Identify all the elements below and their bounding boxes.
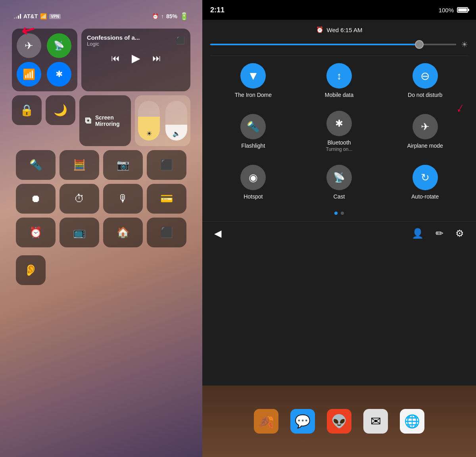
focus-mode-button[interactable]: ⏺ — [16, 184, 56, 214]
calculator-icon: 🧮 — [73, 159, 86, 171]
hotspot-qs-label: Hotspot — [244, 193, 263, 200]
iron-dome-icon: ▼ — [247, 69, 259, 83]
flashlight-qs-icon: 🔦 — [247, 121, 259, 133]
music-header: Confessions of a... Logic ⬛ — [87, 34, 185, 47]
waveform-icon: 🎙 — [118, 193, 128, 205]
tile-bluetooth[interactable]: ✱ Bluetooth Turning on... — [296, 104, 382, 158]
ios-status-right: ⏰ ↑ 85% 🔋 — [152, 12, 188, 21]
remote-button[interactable]: 📺 — [60, 218, 99, 247]
moon-icon: 🌙 — [54, 104, 67, 117]
volume-slider[interactable]: 🔈 — [165, 101, 187, 141]
qs-bottom-bar: ◀ 👤 ✏ ⚙ — [202, 221, 476, 245]
wifi-icon: 📶 — [23, 68, 35, 81]
bluetooth-qs-label: Bluetooth — [327, 139, 351, 146]
page-dots — [202, 205, 476, 221]
home-app-messages[interactable]: 💬 — [290, 409, 315, 434]
home-app-reddit[interactable]: 👽 — [327, 409, 351, 434]
airplane-qs-circle: ✈ — [413, 114, 438, 139]
chrome-app-icon: 🌐 — [404, 414, 420, 429]
camera-button[interactable]: 📷 — [103, 150, 143, 180]
feather-app-icon: 🍂 — [258, 414, 274, 429]
music-controls: ⏮ ▶ ⏭ — [87, 52, 185, 65]
wifi-button[interactable]: 📶 — [17, 62, 41, 87]
remote-icon: 📺 — [73, 226, 86, 239]
rotation-lock-button[interactable]: 🔒 — [12, 95, 42, 125]
qr-code-button[interactable]: ⬛ — [147, 218, 186, 247]
voice-memo-button[interactable]: 🎙 — [103, 184, 143, 214]
auto-rotate-icon: ↻ — [421, 172, 430, 184]
home-button-cc[interactable]: 🏠 — [103, 218, 143, 247]
airplane-qs-icon: ✈ — [421, 121, 430, 133]
ios-wifi-icon: 📶 — [40, 13, 47, 19]
ios-status-left: AT&T 📶 VPN — [14, 13, 61, 19]
rewind-button[interactable]: ⏮ — [111, 53, 120, 64]
brightness-sun-icon: ☀ — [461, 40, 468, 49]
hotspot-qs-circle: ◉ — [240, 165, 266, 190]
iron-dome-label: The Iron Dome — [235, 92, 272, 98]
user-icon[interactable]: 👤 — [412, 228, 424, 239]
sliders-block: ☀ 🔈 — [135, 95, 190, 146]
settings-icon[interactable]: ⚙ — [455, 228, 464, 239]
bluetooth-button[interactable]: ✱ — [47, 62, 71, 87]
alarm-button[interactable]: ⏰ — [16, 218, 56, 247]
bluetooth-sublabel: Turning on... — [326, 147, 353, 152]
airplane-qs-label: Airplane mode — [407, 143, 443, 149]
tile-cast[interactable]: 📡 Cast — [296, 158, 382, 205]
home-app-gmail[interactable]: ✉ — [363, 409, 388, 434]
accessibility-button[interactable]: 👂 — [16, 255, 46, 285]
airplane-mode-button[interactable]: ✈ — [17, 33, 41, 58]
bluetooth-icon: ✱ — [56, 69, 63, 79]
alarm-bell-icon: ⏰ — [316, 26, 324, 33]
airplay-icon[interactable]: ⬛ — [176, 36, 185, 45]
android-panel: 2:11 100% ⏰ Wed 6:15 AM ☀ — [202, 0, 476, 457]
flashlight-qs-label: Flashlight — [241, 143, 265, 149]
brightness-slider[interactable]: ☀ — [138, 101, 160, 141]
tile-do-not-disturb[interactable]: ⊖ Do not disturb — [382, 56, 468, 104]
hotspot-icon: 📡 — [54, 40, 64, 51]
qr-icon: ⬛ — [160, 226, 173, 239]
tile-iron-dome[interactable]: ▼ The Iron Dome — [210, 56, 296, 104]
lock-rotation-icon: 🔒 — [20, 104, 34, 117]
brightness-track[interactable] — [210, 44, 456, 45]
play-button[interactable]: ▶ — [132, 52, 140, 65]
music-block: Confessions of a... Logic ⬛ ⏮ ▶ ⏭ — [81, 29, 190, 91]
wallet-button[interactable]: 💳 — [147, 184, 186, 214]
accessibility-icon: 👂 — [24, 264, 38, 277]
hotspot-qs-icon: ◉ — [249, 172, 258, 184]
ios-carrier: AT&T — [23, 13, 38, 19]
screen-record-button[interactable]: ⬛ — [147, 150, 186, 180]
mobile-data-icon-circle: ↕ — [326, 63, 352, 89]
timer-button[interactable]: ⏱ — [60, 184, 99, 214]
do-not-disturb-button[interactable]: 🌙 — [46, 95, 75, 125]
tile-mobile-data[interactable]: ↕ Mobile data — [296, 56, 382, 104]
qs-panel: ⏰ Wed 6:15 AM ☀ ▼ The Iron Dome ↕ — [202, 20, 476, 386]
flashlight-button[interactable]: 🔦 — [16, 150, 56, 180]
tile-auto-rotate[interactable]: ↻ Auto-rotate — [382, 158, 468, 205]
calculator-button[interactable]: 🧮 — [60, 150, 99, 180]
home-app-chrome[interactable]: 🌐 — [400, 409, 424, 434]
flashlight-circle: 🔦 — [240, 114, 266, 139]
tile-flashlight[interactable]: 🔦 Flashlight — [210, 104, 296, 158]
dot-2 — [341, 212, 344, 215]
android-battery-pct: 100% — [439, 7, 454, 13]
home-icon: 🏠 — [117, 226, 129, 239]
flashlight-icon: 🔦 — [29, 159, 42, 171]
cast-icon: 📡 — [333, 172, 345, 183]
home-app-feather[interactable]: 🍂 — [254, 409, 278, 434]
focus-icon: ⏺ — [31, 193, 41, 205]
tile-airplane-mode[interactable]: ↓ ✈ Airplane mode — [382, 104, 468, 158]
tile-hotspot[interactable]: ◉ Hotspot — [210, 158, 296, 205]
screen-mirroring-button[interactable]: ⧉ ScreenMirroring — [79, 95, 131, 146]
ios-battery-icon: 🔋 — [180, 12, 188, 21]
brightness-row: ☀ — [202, 37, 476, 56]
hotspot-button[interactable]: 📡 — [47, 33, 71, 58]
android-time: 2:11 — [210, 6, 225, 14]
android-home-screen: 🍂 💬 👽 ✉ 🌐 — [202, 386, 476, 457]
edit-icon[interactable]: ✏ — [436, 228, 443, 239]
brightness-icon: ☀ — [146, 130, 152, 137]
back-nav-icon[interactable]: ◀ — [214, 228, 221, 239]
brightness-thumb[interactable] — [415, 40, 424, 49]
fast-forward-button[interactable]: ⏭ — [152, 53, 161, 64]
cc-second-row: 🔒 🌙 ⧉ ScreenMirroring ☀ 🔈 — [12, 95, 190, 146]
music-info: Confessions of a... Logic — [87, 34, 140, 47]
